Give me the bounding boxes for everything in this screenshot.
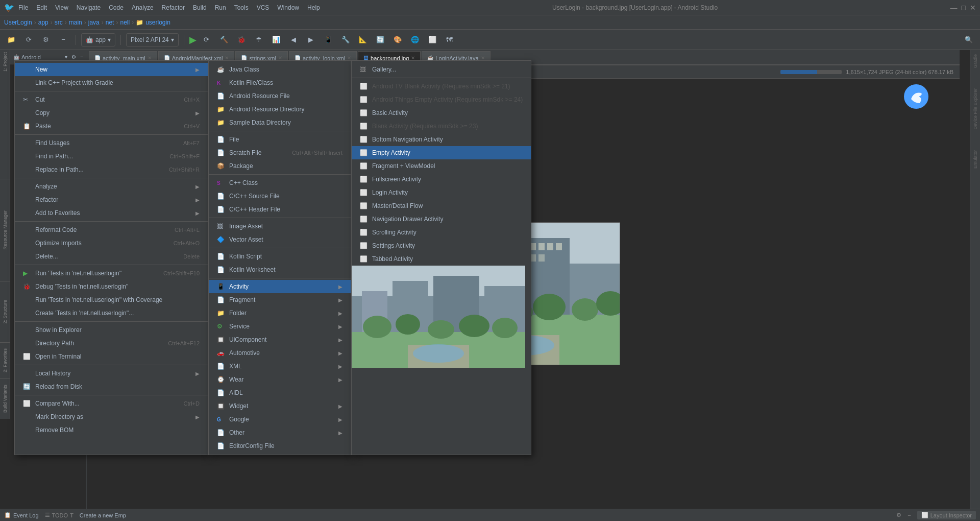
- menu-code[interactable]: Code: [109, 4, 124, 11]
- ctx-add-favorites[interactable]: Add to Favorites ▶: [15, 206, 208, 220]
- activity-empty[interactable]: ⬜ Empty Activity: [352, 146, 531, 159]
- ctx-show-explorer[interactable]: Show in Explorer: [15, 323, 208, 337]
- ctx-delete[interactable]: Delete... Delete: [15, 250, 208, 263]
- build-variants-label[interactable]: Build Variants: [3, 385, 8, 413]
- project-icon-btn[interactable]: 📁: [4, 33, 18, 47]
- minimize-btn[interactable]: —: [950, 4, 958, 12]
- new-service[interactable]: ⚙ Service ▶: [209, 320, 351, 333]
- menu-view[interactable]: View: [55, 4, 68, 11]
- new-fragment[interactable]: 📄 Fragment ▶: [209, 293, 351, 306]
- collapse-btn[interactable]: −: [56, 33, 70, 47]
- menu-run[interactable]: Run: [215, 4, 226, 11]
- ctx-replace-in-path[interactable]: Replace in Path... Ctrl+Shift+R: [15, 163, 208, 176]
- debug-btn[interactable]: 🐞: [234, 33, 249, 47]
- new-activity[interactable]: 📱 Activity ▶: [209, 280, 351, 293]
- activity-login[interactable]: ⬜ Login Activity: [352, 186, 531, 199]
- ctx-debug-tests[interactable]: 🐞 Debug 'Tests in 'net.nell.userlogin'': [15, 280, 208, 293]
- resource-manager-label[interactable]: Resource Manager: [3, 210, 8, 250]
- menu-help[interactable]: Help: [307, 4, 320, 11]
- ctx-run-tests[interactable]: ▶ Run 'Tests in 'net.nell.userlogin'' Ct…: [15, 267, 208, 280]
- new-sample-data[interactable]: 📁 Sample Data Directory: [209, 116, 351, 129]
- menu-edit[interactable]: Edit: [36, 4, 47, 11]
- panel-collapse[interactable]: −: [80, 54, 83, 60]
- back-btn[interactable]: ◀: [286, 33, 301, 47]
- new-kotlin-worksheet[interactable]: 📄 Kotlin Worksheet: [209, 263, 351, 276]
- new-java-class[interactable]: ☕ Java Class: [209, 63, 351, 76]
- ctx-compare[interactable]: ⬜ Compare With... Ctrl+D: [15, 397, 208, 410]
- activity-fullscreen[interactable]: ⬜ Fullscreen Activity: [352, 173, 531, 186]
- favorites-label[interactable]: 2: Favorites: [3, 348, 8, 372]
- activity-bottom-nav[interactable]: ⬜ Bottom Navigation Activity: [352, 133, 531, 146]
- ctx-cut[interactable]: ✂ Cut Ctrl+X: [15, 93, 208, 106]
- create-new-emp[interactable]: Create a new Emp: [80, 512, 126, 518]
- emulator-label[interactable]: Emulator: [973, 150, 978, 169]
- breadcrumb-nell[interactable]: nell: [120, 19, 130, 26]
- run-btn[interactable]: ▶: [189, 34, 197, 45]
- coverage-btn[interactable]: ☂: [252, 33, 266, 47]
- new-xml[interactable]: 📄 XML ▶: [209, 360, 351, 373]
- activity-tabbed[interactable]: ⬜ Tabbed Activity: [352, 252, 531, 266]
- ctx-reformat[interactable]: Reformat Code Ctrl+Alt+L: [15, 223, 208, 236]
- activity-fragment-viewmodel[interactable]: ⬜ Fragment + ViewModel: [352, 159, 531, 173]
- ctx-new[interactable]: New ▶: [15, 63, 208, 76]
- ctx-copy[interactable]: Copy ▶: [15, 106, 208, 120]
- nav-btn[interactable]: 🗺: [443, 33, 457, 47]
- activity-nav-drawer[interactable]: ⬜ Navigation Drawer Activity: [352, 212, 531, 226]
- device-dropdown[interactable]: Pixel 2 API 24 ▾: [126, 33, 179, 46]
- sdk-btn[interactable]: 🔧: [338, 33, 353, 47]
- activity-settings[interactable]: ⬜ Settings Activity: [352, 239, 531, 252]
- menu-tools[interactable]: Tools: [234, 4, 249, 11]
- project-struct-btn[interactable]: 📐: [356, 33, 370, 47]
- reload-btn[interactable]: ⟳: [200, 33, 214, 47]
- ctx-create-tests[interactable]: Create 'Tests in 'net.nell.userlogin''..…: [15, 306, 208, 320]
- ctx-mark-dir[interactable]: Mark Directory as ▶: [15, 410, 208, 423]
- activity-master-detail[interactable]: ⬜ Master/Detail Flow: [352, 199, 531, 212]
- forward-btn[interactable]: ▶: [304, 33, 318, 47]
- menu-refactor[interactable]: Refactor: [162, 4, 185, 11]
- bottom-settings-btn[interactable]: ⚙: [896, 512, 901, 518]
- new-cpp-source[interactable]: 📄 C/C++ Source File: [209, 190, 351, 203]
- new-aidl[interactable]: 📄 AIDL: [209, 386, 351, 399]
- breadcrumb-java[interactable]: java: [88, 19, 100, 26]
- project-panel-label[interactable]: 1: Project: [3, 52, 8, 72]
- new-cpp-header[interactable]: 📄 C/C++ Header File: [209, 203, 351, 216]
- new-wear[interactable]: ⌚ Wear ▶: [209, 373, 351, 386]
- new-other[interactable]: 📄 Other ▶: [209, 426, 351, 439]
- ctx-remove-bom[interactable]: Remove BOM: [15, 423, 208, 437]
- new-widget[interactable]: 🔲 Widget ▶: [209, 399, 351, 413]
- new-android-resource-dir[interactable]: 📁 Android Resource Directory: [209, 103, 351, 116]
- activity-scrolling[interactable]: ⬜ Scrolling Activity: [352, 226, 531, 239]
- new-automotive[interactable]: 🚗 Automotive ▶: [209, 346, 351, 360]
- bottom-minimize-btn[interactable]: −: [908, 512, 911, 518]
- ctx-dir-path[interactable]: Directory Path Ctrl+Alt+F12: [15, 337, 208, 350]
- layout-inspector-btn[interactable]: ⬜ Layout Inspector: [917, 511, 976, 519]
- breadcrumb-net[interactable]: net: [106, 19, 114, 26]
- activity-basic[interactable]: ⬜ Basic Activity: [352, 106, 531, 120]
- ctx-run-coverage[interactable]: Run 'Tests in 'net.nell.userlogin'' with…: [15, 293, 208, 306]
- ctx-find-usages[interactable]: Find Usages Alt+F7: [15, 136, 208, 150]
- menu-vcs[interactable]: VCS: [257, 4, 270, 11]
- locale-btn[interactable]: 🌐: [408, 33, 422, 47]
- ctx-find-in-path[interactable]: Find in Path... Ctrl+Shift+F: [15, 150, 208, 163]
- todo-btn[interactable]: ☰ TODO T: [45, 512, 74, 518]
- ctx-optimize-imports[interactable]: Optimize Imports Ctrl+Alt+O: [15, 236, 208, 250]
- menu-navigate[interactable]: Navigate: [77, 4, 101, 11]
- ctx-analyze[interactable]: Analyze ▶: [15, 180, 208, 193]
- breadcrumb-src[interactable]: src: [55, 19, 63, 26]
- new-cpp-class[interactable]: S C++ Class: [209, 176, 351, 190]
- new-vector-asset[interactable]: 🔷 Vector Asset: [209, 233, 351, 246]
- ctx-link-cpp[interactable]: Link C++ Project with Gradle: [15, 76, 208, 89]
- breadcrumb-userlogin[interactable]: UserLogin: [4, 19, 32, 26]
- breadcrumb-app[interactable]: app: [38, 19, 48, 26]
- structure-label[interactable]: 2: Structure: [3, 300, 8, 324]
- build-btn[interactable]: 🔨: [217, 33, 231, 47]
- new-folder[interactable]: 📁 Folder ▶: [209, 306, 351, 320]
- event-log-btn[interactable]: 📋 Event Log: [4, 512, 39, 518]
- menu-build[interactable]: Build: [193, 4, 207, 11]
- ctx-paste[interactable]: 📋 Paste Ctrl+V: [15, 120, 208, 133]
- activity-gallery[interactable]: 🖼 Gallery...: [352, 63, 531, 76]
- new-google[interactable]: G Google ▶: [209, 413, 351, 426]
- ctx-reload-disk[interactable]: 🔄 Reload from Disk: [15, 380, 208, 393]
- avd-btn[interactable]: 📱: [321, 33, 335, 47]
- ctx-refactor[interactable]: Refactor ▶: [15, 193, 208, 206]
